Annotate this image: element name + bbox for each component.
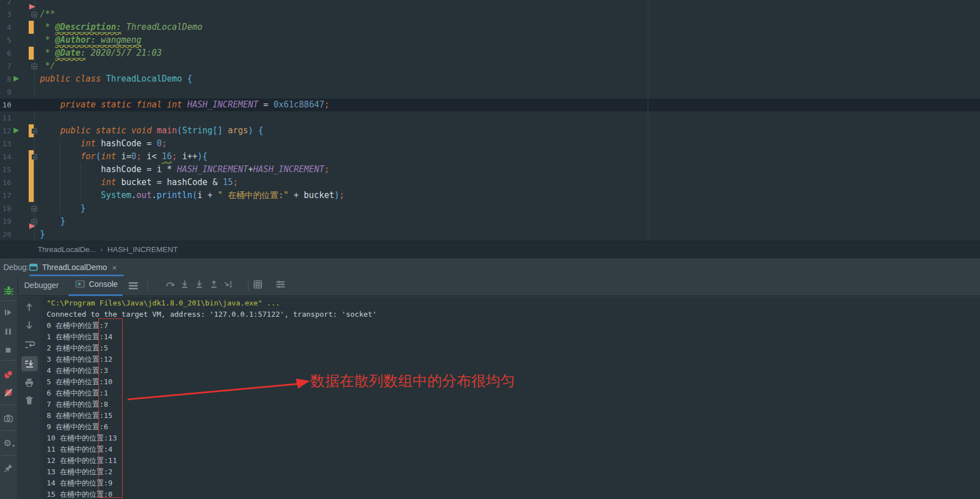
mute-breakpoints-icon[interactable] xyxy=(3,388,13,398)
bookmark-arrow-icon[interactable] xyxy=(29,223,35,229)
tab-debugger[interactable]: Debugger xyxy=(24,281,59,290)
step-into-icon[interactable] xyxy=(180,280,189,289)
indent-guide xyxy=(60,137,60,215)
console-gutter-toolbar xyxy=(19,296,41,499)
clear-console-icon[interactable] xyxy=(24,395,34,406)
code-line: 8public class ThreadLocalDemo { xyxy=(0,73,980,86)
print-icon[interactable] xyxy=(24,377,34,388)
code-line: 16 int bucket = hashCode & 15; xyxy=(0,176,980,189)
stop-icon[interactable] xyxy=(3,345,13,355)
code-text: /** xyxy=(40,8,55,21)
line-number: 3 xyxy=(0,8,11,21)
annotation-rectangle xyxy=(98,318,123,498)
change-marker xyxy=(29,189,34,202)
toolbar-separator xyxy=(248,280,249,292)
code-line: 4 * @Description: ThreadLocalDemo xyxy=(0,21,980,34)
fold-marker-icon[interactable] xyxy=(31,12,37,17)
code-text: public static void main(String[] args) { xyxy=(40,124,263,137)
line-number: 20 xyxy=(0,228,11,241)
code-text: * @Description: ThreadLocalDemo xyxy=(40,21,202,34)
console-line: 9 在桶中的位置:6 xyxy=(47,421,377,433)
close-icon[interactable]: × xyxy=(112,263,117,272)
console-line: 11 在桶中的位置:4 xyxy=(47,444,377,455)
debug-toolbar: Debugger Console xyxy=(0,277,980,296)
code-line: 20} xyxy=(0,228,980,241)
run-method-icon[interactable] xyxy=(13,76,19,82)
breadcrumb-member[interactable]: HASH_INCREMENT xyxy=(107,245,178,254)
code-text: int bucket = hashCode & 15; xyxy=(40,176,238,189)
line-number: 5 xyxy=(0,34,11,47)
force-step-into-icon[interactable] xyxy=(195,280,204,289)
settings-gear-icon[interactable]: ⚙ ▾ xyxy=(3,438,11,448)
code-editor[interactable]: 23/**4 * @Description: ThreadLocalDemo5 … xyxy=(0,0,980,241)
code-line: 10 private static final int HASH_INCREME… xyxy=(0,98,980,111)
thread-dump-icon[interactable] xyxy=(3,413,13,423)
line-number: 9 xyxy=(0,86,11,98)
code-text: for(int i=0; i< 16; i++){ xyxy=(40,150,207,163)
code-text: int hashCode = 0; xyxy=(40,137,167,150)
active-tab-underline xyxy=(69,294,123,296)
fold-marker-icon[interactable] xyxy=(31,206,37,212)
code-line: 13 int hashCode = 0; xyxy=(0,137,980,150)
code-line: 9 xyxy=(0,86,980,98)
scroll-up-icon[interactable] xyxy=(24,302,34,312)
console-icon xyxy=(75,280,85,289)
scroll-down-icon[interactable] xyxy=(24,320,34,330)
view-breakpoints-icon[interactable] xyxy=(3,370,13,380)
run-method-icon[interactable] xyxy=(13,128,19,133)
tab-console-label: Console xyxy=(89,280,118,289)
line-number: 16 xyxy=(0,176,11,189)
breadcrumb-class[interactable]: ThreadLocalDe... xyxy=(38,245,96,254)
code-line: 15 hashCode = i * HASH_INCREMENT+HASH_IN… xyxy=(0,163,980,176)
pause-icon[interactable] xyxy=(3,327,13,336)
console-line: 15 在桶中的位置:0 xyxy=(47,489,377,499)
evaluate-expression-icon[interactable] xyxy=(253,280,263,289)
menu-icon[interactable] xyxy=(128,281,138,290)
resume-icon[interactable] xyxy=(3,308,13,317)
code-text: * @Date: 2020/5/7 21:03 xyxy=(40,47,162,60)
code-text: } xyxy=(40,228,45,241)
scroll-to-end-icon[interactable] xyxy=(24,359,34,369)
toolbar-separator xyxy=(2,455,16,456)
line-number: 7 xyxy=(0,60,11,73)
pin-icon[interactable] xyxy=(3,463,13,473)
code-line: 14 for(int i=0; i< 16; i++){ xyxy=(0,150,980,163)
toolbar-separator xyxy=(2,360,16,361)
code-text: } xyxy=(40,215,65,228)
debug-session-tab[interactable]: ThreadLocalDemo × xyxy=(29,259,117,275)
code-line: 18 } xyxy=(0,202,980,215)
code-text: */ xyxy=(40,60,55,73)
run-to-cursor-icon[interactable] xyxy=(224,280,233,289)
fold-marker-icon[interactable] xyxy=(31,154,37,160)
step-over-icon[interactable] xyxy=(165,280,175,289)
line-number: 13 xyxy=(0,137,11,150)
fold-marker-icon[interactable] xyxy=(31,128,37,134)
console-line: 1 在桶中的位置:14 xyxy=(47,331,377,343)
fold-marker-icon[interactable] xyxy=(31,64,37,69)
code-text: private static final int HASH_INCREMENT … xyxy=(40,98,329,111)
layout-settings-icon[interactable] xyxy=(276,280,286,289)
rerun-debug-icon[interactable] xyxy=(3,285,14,296)
line-number: 10 xyxy=(0,98,11,111)
line-number: 4 xyxy=(0,21,11,34)
code-text: hashCode = i * HASH_INCREMENT+HASH_INCRE… xyxy=(40,163,329,176)
console-line: 8 在桶中的位置:15 xyxy=(47,410,377,421)
tab-console[interactable]: Console xyxy=(75,280,118,289)
code-line: 6 * @Date: 2020/5/7 21:03 xyxy=(0,47,980,60)
bookmark-arrow-icon[interactable] xyxy=(29,4,35,10)
annotation-text: 数据在散列数组中的分布很均匀 xyxy=(310,371,515,391)
step-out-icon[interactable] xyxy=(209,280,219,289)
debug-header: Debug: ThreadLocalDemo × xyxy=(0,258,980,277)
toolbar-separator xyxy=(2,404,16,405)
debug-left-toolbar: ⚙ ▾ xyxy=(0,277,18,499)
console-output[interactable]: "C:\Program Files\Java\jdk1.8.0_201\bin\… xyxy=(42,296,980,499)
soft-wrap-icon[interactable] xyxy=(24,339,35,350)
toolbar-separator xyxy=(2,430,16,431)
code-text: public class ThreadLocalDemo { xyxy=(40,73,192,86)
code-line: 12 public static void main(String[] args… xyxy=(0,124,980,137)
right-margin-guide xyxy=(648,0,648,241)
toolbar-separator xyxy=(147,280,148,292)
code-text: } xyxy=(40,202,85,215)
breadcrumb: ThreadLocalDe... › HASH_INCREMENT xyxy=(0,241,980,258)
debug-label: Debug: xyxy=(3,263,29,272)
